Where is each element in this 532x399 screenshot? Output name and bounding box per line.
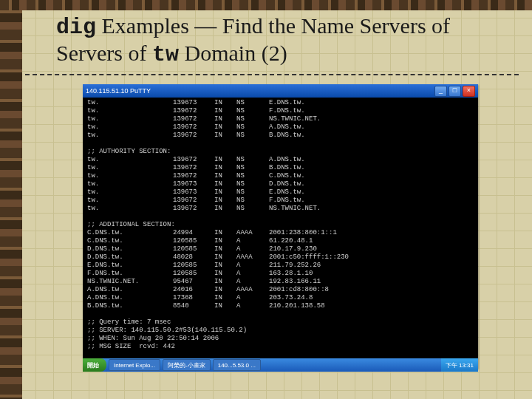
windows-taskbar[interactable]: 開始 Internet Explo... 阿榮的-小畫家 140...5.53.… [83, 358, 478, 372]
slide-title: dig Examples — Find the Name Servers of … [56, 13, 450, 67]
tray-clock: 下午 13:31 [446, 361, 474, 369]
minimize-button[interactable]: _ [434, 86, 447, 97]
slide-left-edge [0, 0, 22, 399]
putty-window: 140.115.51.10 PuTTY _ □ × tw.139673INNSE… [83, 84, 478, 369]
title-domain: tw [152, 42, 179, 67]
taskbar-item-paint[interactable]: 阿榮的-小畫家 [163, 359, 211, 371]
system-tray[interactable]: 下午 13:31 [441, 358, 478, 372]
close-button[interactable]: × [463, 86, 475, 97]
title-cmd: dig [56, 15, 96, 40]
window-title: 140.115.51.10 PuTTY [86, 87, 433, 95]
start-button[interactable]: 開始 [83, 358, 106, 372]
title-divider [25, 74, 519, 75]
terminal-output[interactable]: tw.139673INNSE.DNS.tw.tw.139672INNSF.DNS… [83, 98, 478, 358]
maximize-button[interactable]: □ [449, 86, 461, 97]
taskbar-item-putty[interactable]: 140...5.53.0 ... [213, 359, 261, 371]
taskbar-item-ie[interactable]: Internet Explo... [109, 359, 160, 371]
titlebar[interactable]: 140.115.51.10 PuTTY _ □ × [83, 84, 478, 98]
slide-top-edge [0, 0, 532, 10]
